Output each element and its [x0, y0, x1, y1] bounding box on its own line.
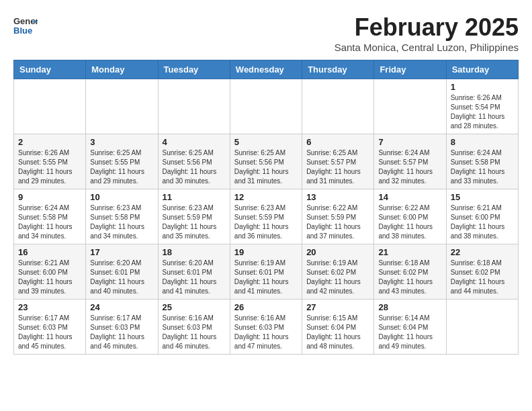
day-info: Sunrise: 6:17 AM Sunset: 6:03 PM Dayligh… [18, 314, 81, 351]
day-number: 26 [234, 302, 298, 312]
day-number: 9 [18, 192, 81, 202]
calendar-cell [374, 79, 446, 134]
calendar-header-row: SundayMondayTuesdayWednesdayThursdayFrid… [14, 60, 519, 79]
logo: General Blue [13, 13, 38, 40]
day-of-week-header: Thursday [302, 60, 374, 79]
day-of-week-header: Tuesday [158, 60, 230, 79]
location: Santa Monica, Central Luzon, Philippines [335, 42, 519, 53]
day-number: 22 [451, 247, 514, 257]
day-number: 27 [306, 302, 369, 312]
day-number: 28 [378, 302, 441, 312]
calendar-cell: 5Sunrise: 6:25 AM Sunset: 5:56 PM Daylig… [230, 134, 302, 189]
day-number: 1 [451, 82, 514, 92]
calendar-cell: 27Sunrise: 6:15 AM Sunset: 6:04 PM Dayli… [302, 300, 374, 355]
calendar-cell: 18Sunrise: 6:20 AM Sunset: 6:01 PM Dayli… [158, 244, 230, 300]
day-number: 17 [90, 247, 153, 257]
day-info: Sunrise: 6:24 AM Sunset: 5:58 PM Dayligh… [18, 203, 81, 241]
day-info: Sunrise: 6:21 AM Sunset: 6:00 PM Dayligh… [451, 203, 514, 241]
day-info: Sunrise: 6:24 AM Sunset: 5:58 PM Dayligh… [451, 148, 514, 186]
calendar-cell: 16Sunrise: 6:21 AM Sunset: 6:00 PM Dayli… [14, 244, 86, 300]
day-info: Sunrise: 6:26 AM Sunset: 5:54 PM Dayligh… [451, 93, 514, 131]
calendar-week-row: 2Sunrise: 6:26 AM Sunset: 5:55 PM Daylig… [14, 134, 519, 189]
calendar-cell: 12Sunrise: 6:23 AM Sunset: 5:59 PM Dayli… [230, 189, 302, 244]
calendar-week-row: 1Sunrise: 6:26 AM Sunset: 5:54 PM Daylig… [14, 79, 519, 134]
calendar-cell: 19Sunrise: 6:19 AM Sunset: 6:01 PM Dayli… [230, 244, 302, 300]
calendar-cell: 3Sunrise: 6:25 AM Sunset: 5:55 PM Daylig… [86, 134, 158, 189]
calendar-cell: 8Sunrise: 6:24 AM Sunset: 5:58 PM Daylig… [446, 134, 518, 189]
calendar-cell: 26Sunrise: 6:16 AM Sunset: 6:03 PM Dayli… [230, 300, 302, 355]
day-info: Sunrise: 6:20 AM Sunset: 6:01 PM Dayligh… [90, 259, 153, 296]
calendar-cell: 9Sunrise: 6:24 AM Sunset: 5:58 PM Daylig… [14, 189, 86, 244]
day-info: Sunrise: 6:16 AM Sunset: 6:03 PM Dayligh… [163, 314, 226, 351]
day-number: 2 [18, 137, 81, 147]
day-number: 14 [378, 192, 441, 202]
calendar-cell: 2Sunrise: 6:26 AM Sunset: 5:55 PM Daylig… [14, 134, 86, 189]
day-info: Sunrise: 6:22 AM Sunset: 5:59 PM Dayligh… [306, 203, 369, 241]
calendar-cell: 25Sunrise: 6:16 AM Sunset: 6:03 PM Dayli… [158, 300, 230, 355]
calendar-cell: 6Sunrise: 6:25 AM Sunset: 5:57 PM Daylig… [302, 134, 374, 189]
day-number: 25 [163, 302, 226, 312]
calendar-cell: 17Sunrise: 6:20 AM Sunset: 6:01 PM Dayli… [86, 244, 158, 300]
day-number: 18 [163, 247, 226, 257]
logo-icon: General Blue [13, 13, 38, 40]
day-info: Sunrise: 6:25 AM Sunset: 5:56 PM Dayligh… [163, 148, 226, 186]
calendar-cell: 11Sunrise: 6:23 AM Sunset: 5:59 PM Dayli… [158, 189, 230, 244]
calendar-week-row: 23Sunrise: 6:17 AM Sunset: 6:03 PM Dayli… [14, 300, 519, 355]
day-info: Sunrise: 6:24 AM Sunset: 5:57 PM Dayligh… [378, 148, 441, 186]
day-of-week-header: Wednesday [230, 60, 302, 79]
day-number: 15 [451, 192, 514, 202]
day-number: 13 [306, 192, 369, 202]
day-number: 3 [90, 137, 153, 147]
day-info: Sunrise: 6:15 AM Sunset: 6:04 PM Dayligh… [306, 314, 369, 351]
calendar-cell [230, 79, 302, 134]
day-info: Sunrise: 6:23 AM Sunset: 5:59 PM Dayligh… [234, 203, 298, 241]
calendar-cell: 22Sunrise: 6:18 AM Sunset: 6:02 PM Dayli… [446, 244, 518, 300]
calendar-cell: 28Sunrise: 6:14 AM Sunset: 6:04 PM Dayli… [374, 300, 446, 355]
calendar-cell: 23Sunrise: 6:17 AM Sunset: 6:03 PM Dayli… [14, 300, 86, 355]
calendar-cell: 7Sunrise: 6:24 AM Sunset: 5:57 PM Daylig… [374, 134, 446, 189]
day-number: 23 [18, 302, 81, 312]
day-number: 12 [234, 192, 298, 202]
calendar-cell: 20Sunrise: 6:19 AM Sunset: 6:02 PM Dayli… [302, 244, 374, 300]
calendar-cell: 13Sunrise: 6:22 AM Sunset: 5:59 PM Dayli… [302, 189, 374, 244]
calendar-cell [158, 79, 230, 134]
day-number: 19 [234, 247, 298, 257]
day-number: 16 [18, 247, 81, 257]
day-info: Sunrise: 6:23 AM Sunset: 5:58 PM Dayligh… [90, 203, 153, 241]
day-info: Sunrise: 6:23 AM Sunset: 5:59 PM Dayligh… [163, 203, 226, 241]
calendar-cell [446, 300, 518, 355]
day-info: Sunrise: 6:19 AM Sunset: 6:02 PM Dayligh… [306, 259, 369, 296]
day-info: Sunrise: 6:21 AM Sunset: 6:00 PM Dayligh… [18, 259, 81, 296]
day-info: Sunrise: 6:16 AM Sunset: 6:03 PM Dayligh… [234, 314, 298, 351]
day-info: Sunrise: 6:18 AM Sunset: 6:02 PM Dayligh… [451, 259, 514, 296]
day-of-week-header: Sunday [14, 60, 86, 79]
day-info: Sunrise: 6:25 AM Sunset: 5:55 PM Dayligh… [90, 148, 153, 186]
day-number: 4 [163, 137, 226, 147]
calendar-week-row: 16Sunrise: 6:21 AM Sunset: 6:00 PM Dayli… [14, 244, 519, 300]
calendar-cell: 4Sunrise: 6:25 AM Sunset: 5:56 PM Daylig… [158, 134, 230, 189]
calendar-cell: 14Sunrise: 6:22 AM Sunset: 6:00 PM Dayli… [374, 189, 446, 244]
day-number: 6 [306, 137, 369, 147]
day-number: 10 [90, 192, 153, 202]
svg-text:Blue: Blue [13, 26, 32, 36]
day-number: 7 [378, 137, 441, 147]
calendar-cell [86, 79, 158, 134]
day-info: Sunrise: 6:25 AM Sunset: 5:56 PM Dayligh… [234, 148, 298, 186]
calendar-week-row: 9Sunrise: 6:24 AM Sunset: 5:58 PM Daylig… [14, 189, 519, 244]
day-of-week-header: Friday [374, 60, 446, 79]
day-info: Sunrise: 6:22 AM Sunset: 6:00 PM Dayligh… [378, 203, 441, 241]
day-info: Sunrise: 6:14 AM Sunset: 6:04 PM Dayligh… [378, 314, 441, 351]
day-info: Sunrise: 6:20 AM Sunset: 6:01 PM Dayligh… [163, 259, 226, 296]
day-number: 20 [306, 247, 369, 257]
calendar-cell [302, 79, 374, 134]
calendar-cell: 1Sunrise: 6:26 AM Sunset: 5:54 PM Daylig… [446, 79, 518, 134]
day-info: Sunrise: 6:17 AM Sunset: 6:03 PM Dayligh… [90, 314, 153, 351]
day-number: 21 [378, 247, 441, 257]
day-number: 11 [163, 192, 226, 202]
day-of-week-header: Saturday [446, 60, 518, 79]
day-of-week-header: Monday [86, 60, 158, 79]
title-block: February 2025 Santa Monica, Central Luzo… [335, 13, 519, 53]
page-header: General Blue February 2025 Santa Monica,… [13, 13, 519, 53]
calendar-table: SundayMondayTuesdayWednesdayThursdayFrid… [13, 60, 519, 355]
day-info: Sunrise: 6:26 AM Sunset: 5:55 PM Dayligh… [18, 148, 81, 186]
